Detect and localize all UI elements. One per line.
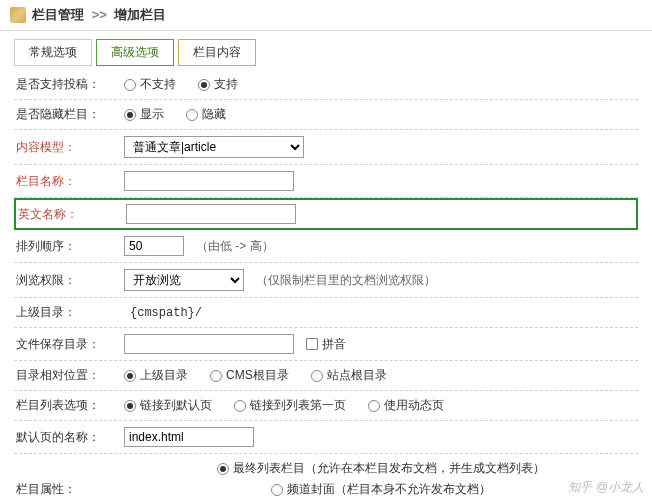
breadcrumb-sep: >>: [92, 7, 107, 22]
radio-list-dyn[interactable]: 使用动态页: [368, 397, 444, 414]
row-listopt: 栏目列表选项： 链接到默认页 链接到列表第一页 使用动态页: [14, 391, 638, 421]
label-parent: 上级目录：: [14, 304, 124, 321]
page-header: 栏目管理 >> 增加栏目: [0, 0, 652, 31]
row-defpage: 默认页的名称：: [14, 421, 638, 454]
breadcrumb: 栏目管理 >> 增加栏目: [32, 6, 166, 24]
radio-list-default[interactable]: 链接到默认页: [124, 397, 212, 414]
breadcrumb-section[interactable]: 栏目管理: [32, 7, 84, 22]
radio-no-submit[interactable]: 不支持: [124, 76, 176, 93]
tab-advanced[interactable]: 高级选项: [96, 39, 174, 66]
input-enname[interactable]: [126, 204, 296, 224]
row-hidden: 是否隐藏栏目： 显示 隐藏: [14, 100, 638, 130]
watermark: 知乎 @小龙人: [568, 479, 644, 496]
input-filesave[interactable]: [124, 334, 294, 354]
row-parent: 上级目录： {cmspath}/: [14, 298, 638, 328]
row-relpos: 目录相对位置： 上级目录 CMS根目录 站点根目录: [14, 361, 638, 391]
checkbox-pinyin[interactable]: 拼音: [306, 336, 346, 353]
row-submit: 是否支持投稿： 不支持 支持: [14, 70, 638, 100]
radio-rel-site[interactable]: 站点根目录: [311, 367, 387, 384]
tab-content[interactable]: 栏目内容: [178, 39, 256, 66]
input-colname[interactable]: [124, 171, 294, 191]
label-relpos: 目录相对位置：: [14, 367, 124, 384]
label-enname: 英文名称：: [16, 206, 126, 223]
radio-attr-list[interactable]: 最终列表栏目（允许在本栏目发布文档，并生成文档列表）: [217, 460, 545, 477]
value-parent: {cmspath}/: [124, 306, 638, 320]
label-sort: 排列顺序：: [14, 238, 124, 255]
select-model[interactable]: 普通文章|article: [124, 136, 304, 158]
radio-attr-cover[interactable]: 频道封面（栏目本身不允许发布文档）: [271, 481, 491, 498]
radio-rel-cms[interactable]: CMS根目录: [210, 367, 289, 384]
radio-submit[interactable]: 支持: [198, 76, 238, 93]
radio-hide[interactable]: 隐藏: [186, 106, 226, 123]
hint-browse: （仅限制栏目里的文档浏览权限）: [256, 272, 436, 289]
label-model: 内容模型：: [14, 139, 124, 156]
label-defpage: 默认页的名称：: [14, 429, 124, 446]
radio-list-first[interactable]: 链接到列表第一页: [234, 397, 346, 414]
hint-sort: （由低 -> 高）: [196, 238, 274, 255]
tab-bar: 常规选项 高级选项 栏目内容: [0, 31, 652, 66]
select-browse[interactable]: 开放浏览: [124, 269, 244, 291]
label-submit: 是否支持投稿：: [14, 76, 124, 93]
row-browse: 浏览权限： 开放浏览 （仅限制栏目里的文档浏览权限）: [14, 263, 638, 298]
row-model: 内容模型： 普通文章|article: [14, 130, 638, 165]
row-colname: 栏目名称：: [14, 165, 638, 198]
tab-general[interactable]: 常规选项: [14, 39, 92, 66]
radio-rel-parent[interactable]: 上级目录: [124, 367, 188, 384]
label-hidden: 是否隐藏栏目：: [14, 106, 124, 123]
radio-show[interactable]: 显示: [124, 106, 164, 123]
input-sort[interactable]: [124, 236, 184, 256]
breadcrumb-page: 增加栏目: [114, 7, 166, 22]
row-colattr: 栏目属性： 最终列表栏目（允许在本栏目发布文档，并生成文档列表） 频道封面（栏目…: [14, 454, 638, 500]
label-filesave: 文件保存目录：: [14, 336, 124, 353]
label-colattr: 栏目属性：: [14, 481, 124, 498]
form-body: 是否支持投稿： 不支持 支持 是否隐藏栏目： 显示 隐藏 内容模型： 普通文章|…: [0, 66, 652, 500]
label-browse: 浏览权限：: [14, 272, 124, 289]
label-listopt: 栏目列表选项：: [14, 397, 124, 414]
book-icon: [10, 7, 26, 23]
input-defpage[interactable]: [124, 427, 254, 447]
row-filesave: 文件保存目录： 拼音: [14, 328, 638, 361]
label-colname: 栏目名称：: [14, 173, 124, 190]
row-enname: 英文名称：: [14, 198, 638, 230]
row-sort: 排列顺序： （由低 -> 高）: [14, 230, 638, 263]
